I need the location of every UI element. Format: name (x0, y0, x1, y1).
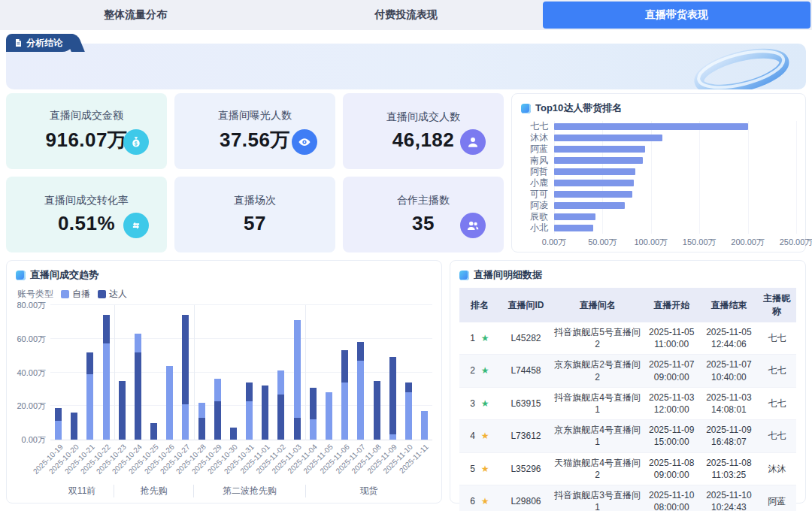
rank-cell: 3★ (459, 387, 500, 419)
top10-row: 辰歌 (521, 211, 796, 222)
top10-bar-track (554, 121, 796, 132)
kpi-label: 直播间曝光人数 (218, 109, 292, 122)
top10-bar-track (554, 222, 796, 234)
start-time-cell: 2025-11-03 12:00:00 (643, 387, 700, 419)
segment-达人 (405, 382, 412, 392)
segment-自播 (103, 343, 110, 440)
table-row: 4★L73612京东旗舰店4号直播间12025-11-09 15:00:0020… (459, 420, 796, 452)
bar-2025-10-31 (241, 305, 257, 440)
top10-bar-track (554, 177, 796, 189)
y-tick-label: 60.00万 (17, 333, 46, 344)
bar-2025-11-02 (273, 305, 289, 440)
segment-达人 (310, 388, 317, 420)
room-name-cell: 京东旗舰店2号直播间2 (552, 355, 643, 387)
column-header-直播开始: 直播开始 (643, 288, 700, 322)
room-id-cell: L74458 (500, 355, 552, 387)
rank-wrap: 1★ (462, 332, 498, 344)
segment-达人 (150, 423, 157, 440)
rank-cell: 5★ (459, 452, 500, 485)
top10-row: 七七 (521, 121, 796, 132)
trend-x-labels: 2025-10-192025-10-202025-10-212025-10-22… (50, 440, 432, 482)
segment-自播 (421, 411, 428, 440)
bar-2025-10-22 (98, 305, 114, 440)
top10-row: 沐沐 (521, 132, 796, 144)
room-id-cell: L73612 (500, 420, 552, 452)
top10-bar-track (554, 132, 796, 144)
top10-bar (554, 146, 645, 153)
segment-自播 (341, 382, 348, 440)
period-label-双11前: 双11前 (50, 485, 114, 497)
bar-2025-10-30 (226, 305, 241, 440)
rank-cell: 6★ (459, 485, 500, 511)
legend-item-达人: 达人 (98, 288, 127, 301)
kpi-grid: 直播间成交金额916.07万直播间曝光人数37.56万直播间成交人数46,182… (6, 93, 504, 252)
bar-2025-11-05 (321, 305, 337, 440)
top10-bar-track (554, 211, 796, 222)
top10-bar-chart: 七七沐沐阿蓝南风阿哲小鹿可可阿凌辰歌小北 (521, 121, 796, 234)
room-id-cell: L63915 (500, 387, 552, 419)
end-time-cell: 2025-11-03 14:08:01 (700, 387, 757, 419)
user-icon (460, 129, 486, 155)
top10-row: 阿凌 (521, 200, 796, 211)
segment-自播 (182, 404, 189, 440)
rank-cell: 1★ (459, 322, 500, 355)
segment-达人 (198, 418, 205, 440)
anchor-name-cell: 七七 (757, 355, 796, 387)
bar-2025-10-26 (162, 305, 177, 440)
rank-number: 2 (470, 364, 475, 376)
top10-title-row: Top10达人带货排名 (521, 101, 796, 115)
tab-直播带货表现[interactable]: 直播带货表现 (543, 2, 810, 29)
bar-2025-11-10 (401, 305, 417, 440)
segment-达人 (214, 401, 221, 440)
period-label-抢先购: 抢先购 (114, 485, 193, 497)
kpi-value: 46,182 (392, 129, 455, 152)
y-tick-label: 20.00万 (17, 401, 46, 412)
tab-整体流量分布[interactable]: 整体流量分布 (2, 2, 269, 29)
trend-title-row: 直播间成交趋势 (16, 268, 432, 282)
room-id-cell: L45282 (500, 322, 552, 355)
bar-2025-10-29 (210, 305, 226, 440)
eye-icon (292, 129, 317, 155)
rank-medal-icon: ★ (481, 463, 489, 475)
legend-swatch (61, 290, 69, 298)
money-bag-icon (123, 129, 149, 155)
rank-number: 6 (470, 495, 475, 507)
kpi-card-直播间曝光人数: 直播间曝光人数37.56万 (174, 93, 335, 169)
segment-达人 (71, 413, 77, 440)
segment-自播 (277, 370, 284, 394)
top10-x-axis: 0.00万50.00万100.00万150.00万200.00万250.00万 (554, 237, 796, 249)
rank-wrap: 6★ (462, 495, 498, 507)
kpi-value: 0.51% (58, 212, 115, 235)
top10-row: 小鹿 (521, 177, 796, 189)
segment-自播 (294, 320, 301, 418)
kpi-card-直播间成交金额: 直播间成交金额916.07万 (6, 93, 167, 169)
bar-2025-11-01 (257, 305, 273, 440)
bar-2025-11-04 (305, 305, 321, 440)
bar-2025-10-23 (114, 305, 130, 440)
kpi-card-直播间成交转化率: 直播间成交转化率0.51% (6, 177, 167, 252)
segment-自播 (310, 419, 317, 440)
top10-bar (554, 135, 662, 141)
segment-自播 (55, 421, 62, 440)
tab-付费投流表现[interactable]: 付费投流表现 (272, 2, 540, 29)
top10-row: 南风 (521, 155, 796, 166)
ring-decoration (683, 48, 795, 89)
end-time-cell: 2025-11-10 10:24:43 (700, 485, 757, 511)
room-name-cell: 抖音旗舰店3号直播间1 (552, 485, 643, 511)
segment-达人 (374, 381, 380, 440)
kpi-card-合作主播数: 合作主播数35 (343, 177, 504, 252)
segment-自播 (405, 392, 412, 440)
top10-ranking-panel: Top10达人带货排名 七七沐沐阿蓝南风阿哲小鹿可可阿凌辰歌小北 0.00万50… (511, 93, 806, 252)
rank-wrap: 3★ (462, 398, 498, 410)
top10-title: Top10达人带货排名 (535, 101, 622, 115)
segment-自播 (326, 392, 332, 440)
y-tick-label: 40.00万 (17, 367, 46, 378)
column-header-直播间ID: 直播间ID (500, 288, 552, 322)
rank-medal-icon: ★ (481, 495, 489, 507)
top10-bar-track (554, 200, 796, 211)
bar-2025-10-24 (130, 305, 146, 440)
top10-category-label: 小北 (521, 222, 548, 234)
bar-2025-11-11 (417, 305, 432, 440)
y-tick-label: 80.00万 (17, 300, 46, 311)
trend-title: 直播间成交趋势 (30, 268, 98, 282)
